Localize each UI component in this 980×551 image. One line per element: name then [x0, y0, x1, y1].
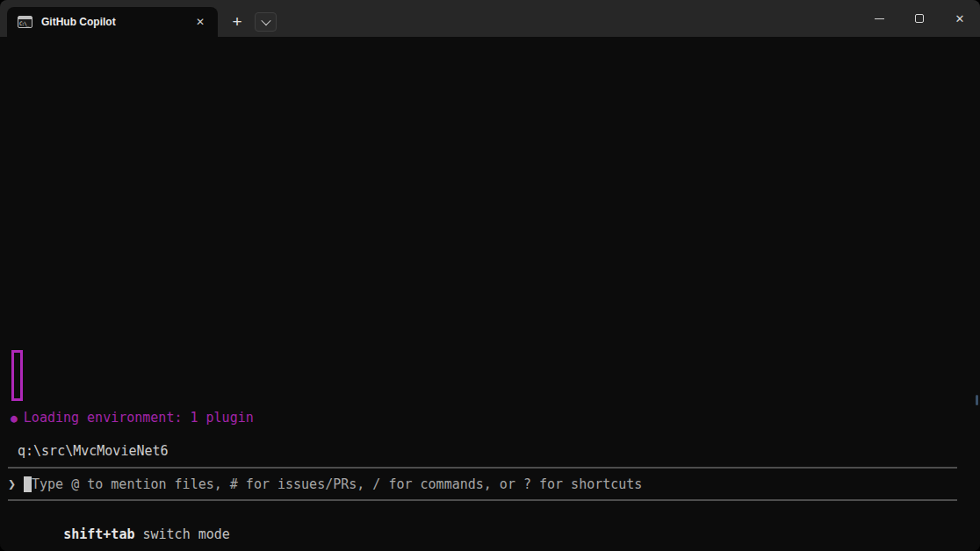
text-cursor	[24, 476, 32, 492]
loading-status-text: Loading environment: 1 plugin	[24, 410, 254, 426]
maximize-icon	[915, 14, 924, 23]
tab-dropdown-button[interactable]	[255, 12, 277, 32]
scrollbar-thumb[interactable]	[976, 395, 978, 405]
close-icon: ✕	[955, 13, 965, 25]
minimize-button[interactable]	[859, 0, 899, 37]
tab-github-copilot[interactable]: GitHub Copilot ✕	[7, 7, 218, 37]
terminal-window: GitHub Copilot ✕ + ✕ ●Loading environmen…	[0, 0, 980, 551]
prompt-input-row[interactable]: ❯ Type @ to mention files, # for issues/…	[8, 476, 642, 493]
maximize-button[interactable]	[899, 0, 940, 37]
close-button[interactable]: ✕	[940, 0, 980, 37]
loading-status-line: ●Loading environment: 1 plugin	[11, 410, 254, 426]
copilot-logo-bar	[11, 350, 23, 401]
prompt-divider-top	[8, 467, 957, 469]
keybinding-action: switch mode	[134, 526, 229, 542]
keybinding-key: shift+tab	[63, 526, 134, 542]
command-prompt-icon	[18, 16, 32, 28]
terminal-content[interactable]: ●Loading environment: 1 plugin q:\src\Mv…	[0, 37, 980, 551]
prompt-divider-bottom	[8, 499, 957, 501]
prompt-placeholder-text: Type @ to mention files, # for issues/PR…	[32, 476, 642, 493]
tab-title: GitHub Copilot	[41, 16, 191, 28]
prompt-chevron-icon: ❯	[8, 476, 16, 493]
tab-close-icon[interactable]: ✕	[191, 13, 209, 31]
loading-bullet-icon: ●	[11, 410, 18, 426]
new-tab-button[interactable]: +	[222, 10, 252, 34]
minimize-icon	[875, 18, 884, 19]
working-directory-path: q:\src\MvcMovieNet6	[18, 443, 169, 460]
chevron-down-icon	[261, 16, 270, 25]
titlebar[interactable]: GitHub Copilot ✕ + ✕	[0, 0, 980, 37]
keybinding-hint-line: shift+tab switch mode	[16, 510, 230, 526]
window-controls: ✕	[859, 0, 980, 37]
